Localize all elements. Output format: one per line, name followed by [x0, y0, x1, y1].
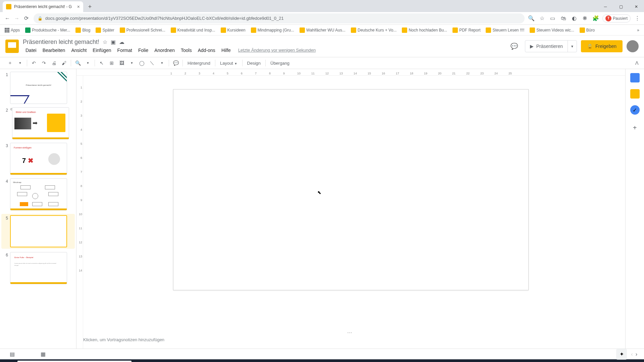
- bookmark-item[interactable]: Professionell Schrei...: [118, 26, 167, 34]
- edge-icon[interactable]: 🌊: [267, 359, 281, 362]
- bookmark-item[interactable]: Steuern Videos wic...: [528, 26, 576, 34]
- line-button[interactable]: ＼: [147, 58, 157, 68]
- file-explorer-icon[interactable]: 📁: [149, 359, 163, 362]
- account-avatar[interactable]: [627, 40, 639, 52]
- slide-thumbnail-3[interactable]: Formen einfügen 7 ✖: [10, 143, 67, 175]
- next-button[interactable]: ›: [636, 351, 637, 357]
- bookmark-item[interactable]: Büro: [578, 26, 597, 34]
- bookmark-item[interactable]: PDF Report: [450, 26, 482, 34]
- textbox-button[interactable]: ⊞: [107, 58, 116, 68]
- bookmark-item[interactable]: Produktsuche - Mer...: [23, 26, 72, 34]
- filmstrip-view-button[interactable]: ▤: [7, 350, 17, 358]
- browser-tab[interactable]: Präsentieren leicht gemacht! - G ×: [3, 1, 83, 12]
- bookmark-item[interactable]: Kreativität und Insp...: [169, 26, 217, 34]
- chrome-icon[interactable]: 🌐: [252, 359, 266, 362]
- chrome-menu-button[interactable]: ⋮: [633, 14, 641, 22]
- select-tool-button[interactable]: ↖: [97, 58, 106, 68]
- zoom-button[interactable]: 🔍: [73, 58, 83, 68]
- grid-view-button[interactable]: ▦: [38, 350, 48, 358]
- extension-icon-2[interactable]: ◐: [570, 14, 578, 22]
- slide-thumbnail-2[interactable]: Bilder und Grafiken ➡: [12, 107, 69, 139]
- menu-anordnen[interactable]: Anordnen: [152, 46, 177, 54]
- paint-format-button[interactable]: 🖌: [59, 58, 69, 68]
- slide-thumbnail-4[interactable]: Mindmap: [10, 178, 67, 210]
- extension-icon-3[interactable]: ❋: [581, 14, 589, 22]
- bookmark-item[interactable]: Blog: [73, 26, 92, 34]
- layout-button[interactable]: Layout ▼: [217, 61, 240, 66]
- present-button[interactable]: ▶ Präsentieren: [525, 41, 568, 52]
- star-document-icon[interactable]: ☆: [103, 39, 107, 45]
- new-slide-button[interactable]: ＋: [5, 58, 15, 68]
- menu-datei[interactable]: Datei: [23, 46, 39, 54]
- powerpoint-icon[interactable]: P: [208, 359, 222, 362]
- maximize-button[interactable]: ▢: [613, 1, 629, 12]
- reload-button[interactable]: ⟳: [21, 14, 31, 23]
- reader-icon[interactable]: ▭: [549, 14, 557, 22]
- menu-addons[interactable]: Add-ons: [195, 46, 218, 54]
- forward-button[interactable]: →: [12, 14, 21, 23]
- app-icon-1[interactable]: 📋: [282, 359, 296, 362]
- profile-paused-badge[interactable]: T Pausiert: [602, 14, 631, 22]
- slides-logo-icon[interactable]: [5, 40, 19, 53]
- print-button[interactable]: 🖨: [49, 58, 59, 68]
- menu-tools[interactable]: Tools: [178, 46, 195, 54]
- zoom-dropdown[interactable]: ▼: [83, 58, 93, 68]
- star-icon[interactable]: ☆: [538, 14, 546, 22]
- undo-button[interactable]: ↶: [29, 58, 39, 68]
- extension-icon-1[interactable]: 🛍: [559, 14, 568, 22]
- explore-button[interactable]: ✦: [616, 349, 627, 360]
- notepad-icon[interactable]: 📝: [297, 359, 311, 362]
- menu-folie[interactable]: Folie: [136, 46, 151, 54]
- word-icon[interactable]: W: [178, 359, 193, 362]
- slide-thumbnail-6[interactable]: Erste Folie – Beispiel Lorem ipsum dolor…: [10, 252, 67, 284]
- bookmark-item[interactable]: Wahlfächer WU Aus...: [298, 26, 347, 34]
- url-input[interactable]: 🔒 docs.google.com/presentation/d/1yV372S…: [34, 13, 525, 23]
- extensions-button[interactable]: 🧩: [592, 14, 600, 22]
- background-button[interactable]: Hintergrund: [185, 61, 213, 66]
- bookmark-item[interactable]: Deutsche Kurs + Vo...: [349, 26, 398, 34]
- bookmark-item[interactable]: Später: [94, 26, 116, 34]
- comment-button[interactable]: 💬: [171, 58, 180, 68]
- transition-button[interactable]: Übergang: [268, 61, 292, 66]
- bookmark-item[interactable]: Mindmapping (Gru...: [249, 26, 296, 34]
- minimize-button[interactable]: ─: [598, 1, 613, 12]
- tab-close-icon[interactable]: ×: [77, 4, 80, 9]
- slide-thumbnail-5[interactable]: [10, 215, 67, 247]
- zoom-icon[interactable]: 🔍: [527, 14, 535, 22]
- task-view-button[interactable]: ⊞: [134, 359, 148, 362]
- bookmark-item[interactable]: Kursideen: [219, 26, 248, 34]
- redo-button[interactable]: ↷: [39, 58, 49, 68]
- mail-icon[interactable]: 99+: [164, 359, 178, 362]
- menu-bearbeiten[interactable]: Bearbeiten: [40, 46, 68, 54]
- back-button[interactable]: ←: [3, 14, 12, 23]
- image-dropdown[interactable]: ▼: [127, 58, 137, 68]
- calendar-icon[interactable]: [630, 73, 640, 82]
- apps-button[interactable]: Apps: [3, 26, 22, 34]
- slide-thumbnail-panel[interactable]: 1 Präsentieren leicht gemacht! 2 ⊘ Bilde…: [0, 69, 76, 349]
- add-addon-button[interactable]: +: [633, 124, 637, 132]
- last-edit-text[interactable]: Letzte Änderung vor wenigen Sekunden: [238, 46, 316, 54]
- bookmark-item[interactable]: Noch hochladen Bu...: [400, 26, 449, 34]
- menu-hilfe[interactable]: Hilfe: [219, 46, 233, 54]
- start-button[interactable]: [0, 359, 16, 362]
- present-dropdown-button[interactable]: ▼: [568, 45, 577, 48]
- menu-ansicht[interactable]: Ansicht: [68, 46, 89, 54]
- share-button[interactable]: 🔒 Freigeben: [581, 40, 623, 52]
- collapse-toolbar-button[interactable]: ᐱ: [635, 60, 639, 66]
- speaker-notes[interactable]: Klicken, um Vortragsnotizen hinzuzufügen: [76, 334, 625, 349]
- spotify-icon[interactable]: ●: [311, 359, 325, 362]
- image-button[interactable]: 🖼: [117, 58, 126, 68]
- move-document-icon[interactable]: ▣: [111, 39, 116, 45]
- slide-canvas[interactable]: [173, 89, 529, 290]
- excel-icon[interactable]: X: [193, 359, 207, 362]
- bookmark-item[interactable]: Steuern Lesen !!!!: [484, 26, 526, 34]
- cloud-status-icon[interactable]: ☁: [119, 39, 124, 45]
- comments-button[interactable]: 💬: [507, 40, 521, 53]
- obs-icon[interactable]: ⚫: [237, 359, 252, 362]
- ruler-horizontal[interactable]: 1234567891011121314151617181920212223242…: [76, 69, 625, 76]
- prev-button[interactable]: ‹: [631, 351, 633, 357]
- slide-stage[interactable]: ⬉: [76, 76, 625, 331]
- shape-button[interactable]: ◯: [137, 58, 147, 68]
- bookmark-overflow-button[interactable]: »: [635, 26, 641, 34]
- slide-thumbnail-1[interactable]: Präsentieren leicht gemacht!: [10, 72, 67, 104]
